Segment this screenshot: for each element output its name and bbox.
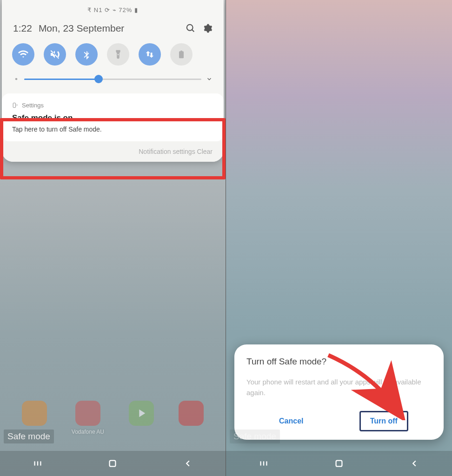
flashlight-toggle[interactable] — [107, 43, 129, 66]
dialog-title: Turn off Safe mode? — [246, 357, 432, 367]
svg-point-2 — [15, 78, 18, 80]
svg-rect-7 — [110, 461, 116, 467]
clock-time: 1:22 — [13, 23, 32, 34]
cancel-button[interactable]: Cancel — [270, 411, 312, 431]
svg-line-1 — [192, 30, 194, 32]
notification-panel[interactable]: ₹ N1 ⟳ ⌁ 72% ▮ 1:22 Mon, 23 September — [2, 0, 224, 162]
play-store-app[interactable] — [129, 401, 154, 435]
camera-app[interactable] — [179, 401, 204, 435]
notification-app-name: Settings — [22, 102, 44, 109]
status-text: ₹ N1 ⟳ ⌁ 72% ▮ — [87, 7, 138, 13]
turn-off-button[interactable]: Turn off — [359, 411, 408, 431]
notification-title: Safe mode is on — [12, 113, 213, 123]
back-button[interactable] — [409, 458, 420, 469]
home-button[interactable] — [333, 458, 345, 469]
mobile-data-toggle[interactable] — [139, 43, 161, 66]
panel-header: 1:22 Mon, 23 September — [2, 16, 224, 40]
notification-footer-text: Notification settings Clear — [139, 148, 213, 155]
notification-body: Tap here to turn off Safe mode. — [12, 126, 213, 133]
navigation-bar-right — [226, 451, 452, 476]
status-bar: ₹ N1 ⟳ ⌁ 72% ▮ — [2, 4, 224, 16]
turn-off-safe-mode-dialog: Turn off Safe mode? Your phone will rest… — [234, 344, 444, 440]
svg-rect-11 — [336, 461, 342, 467]
svg-point-0 — [187, 25, 193, 31]
search-icon[interactable] — [186, 23, 196, 33]
safe-mode-badge: Safe mode — [4, 430, 54, 443]
navigation-bar — [0, 451, 226, 476]
notification-footer[interactable]: Notification settings Clear — [2, 141, 224, 162]
right-screenshot: Turn off Safe mode? Your phone will rest… — [226, 0, 452, 476]
bluetooth-toggle[interactable] — [75, 43, 98, 66]
left-screenshot: ₹ N1 ⟳ ⌁ 72% ▮ 1:22 Mon, 23 September — [0, 0, 226, 476]
brightness-low-icon — [13, 76, 20, 82]
safe-mode-notification[interactable]: Settings Safe mode is on Tap here to tur… — [2, 93, 224, 141]
home-button[interactable] — [107, 458, 118, 469]
mute-toggle[interactable] — [44, 43, 66, 66]
brightness-slider[interactable] — [24, 79, 201, 80]
settings-app-icon — [12, 102, 18, 108]
recents-button[interactable] — [32, 458, 43, 469]
messages-app[interactable]: Vodafone AU — [72, 401, 104, 435]
safe-mode-badge-right: Safe mode — [230, 430, 280, 443]
back-button[interactable] — [182, 458, 193, 469]
gear-icon[interactable] — [202, 23, 213, 33]
svg-rect-3 — [13, 103, 15, 108]
recents-button[interactable] — [258, 458, 269, 469]
carrier-label: Vodafone AU — [72, 429, 104, 435]
dialog-message: Your phone will restart and all your app… — [246, 377, 432, 398]
brightness-slider-row — [2, 72, 224, 91]
clock-date: Mon, 23 September — [39, 23, 179, 34]
wifi-toggle[interactable] — [12, 43, 34, 66]
quick-settings-row — [2, 40, 224, 72]
power-saving-toggle[interactable] — [170, 43, 193, 66]
chevron-down-icon[interactable] — [206, 76, 213, 82]
